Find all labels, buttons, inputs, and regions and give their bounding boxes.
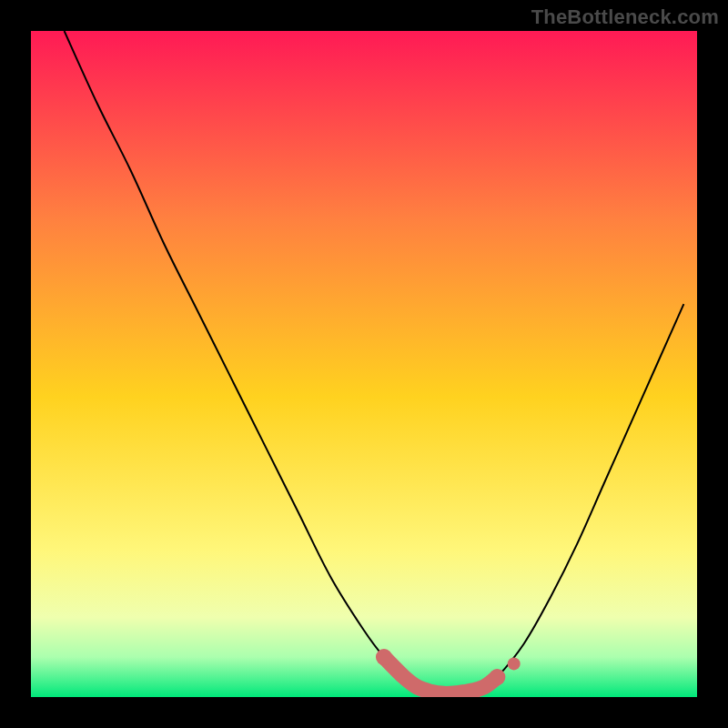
optimal-start-dot — [376, 649, 392, 665]
bottleneck-chart — [31, 31, 697, 697]
optimal-extra-dot — [508, 657, 521, 670]
optimal-end-dot — [489, 669, 505, 685]
watermark-text: TheBottleneck.com — [531, 5, 719, 29]
gradient-background — [31, 31, 697, 697]
chart-frame: TheBottleneck.com — [0, 0, 728, 728]
plot-area — [31, 31, 697, 697]
